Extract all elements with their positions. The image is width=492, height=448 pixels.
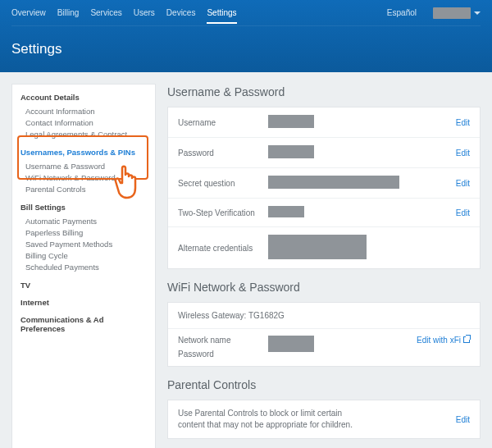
gateway-model: TG1682G bbox=[248, 311, 285, 320]
redacted-value bbox=[268, 115, 314, 128]
parental-controls-card: Use Parental Controls to block or limit … bbox=[167, 400, 481, 439]
username-password-card: UsernameEditPasswordEditSecret questionE… bbox=[167, 107, 481, 269]
settings-main: Username & Password UsernameEditPassword… bbox=[167, 84, 481, 448]
redacted-value bbox=[268, 206, 304, 217]
section-title-username-password: Username & Password bbox=[167, 85, 481, 98]
sidebar-group-head[interactable]: TV bbox=[20, 281, 147, 290]
network-name-label: Network name bbox=[178, 336, 268, 345]
redacted-value bbox=[268, 145, 314, 158]
parental-controls-edit-link[interactable]: Edit bbox=[456, 415, 470, 424]
sidebar-item[interactable]: Legal Agreements & Contract bbox=[20, 128, 147, 139]
sidebar-group: Account DetailsAccount InformationContac… bbox=[20, 93, 147, 139]
settings-sidebar: Account DetailsAccount InformationContac… bbox=[11, 84, 156, 448]
wifi-password-label: Password bbox=[178, 350, 268, 359]
sidebar-group: Bill SettingsAutomatic PaymentsPaperless… bbox=[20, 203, 147, 272]
sidebar-item[interactable]: Contact Information bbox=[20, 117, 147, 128]
top-nav: Overview Billing Services Users Devices … bbox=[11, 0, 481, 26]
nav-devices[interactable]: Devices bbox=[166, 2, 196, 24]
gateway-label: Wireless Gateway: bbox=[178, 311, 246, 320]
sidebar-item[interactable]: Account Information bbox=[20, 105, 147, 117]
row-label: Secret question bbox=[178, 179, 268, 188]
row-value bbox=[268, 206, 456, 219]
sidebar-group-head[interactable]: Internet bbox=[20, 298, 147, 307]
sidebar-item[interactable]: Saved Payment Methods bbox=[20, 238, 147, 249]
user-menu[interactable] bbox=[428, 7, 481, 19]
row-label: Alternate credentials bbox=[178, 244, 268, 253]
row-label: Two-Step Verification bbox=[178, 208, 268, 217]
wifi-card: Wireless Gateway: TG1682G Network name P… bbox=[167, 302, 481, 367]
sidebar-item[interactable]: Billing Cycle bbox=[20, 249, 147, 261]
row-value bbox=[268, 145, 456, 160]
sidebar-group: TV bbox=[20, 281, 147, 290]
sidebar-group: Internet bbox=[20, 298, 147, 307]
redacted-value bbox=[268, 235, 367, 259]
section-title-parental-controls: Parental Controls bbox=[167, 378, 481, 391]
settings-row: UsernameEdit bbox=[168, 107, 480, 137]
nav-overview[interactable]: Overview bbox=[11, 2, 46, 24]
row-value bbox=[268, 115, 456, 130]
sidebar-group-head: Usernames, Passwords & PINs bbox=[20, 148, 147, 157]
edit-with-xfi-link[interactable]: Edit with xFi bbox=[417, 336, 470, 345]
external-link-icon bbox=[463, 336, 470, 343]
sidebar-item[interactable]: Scheduled Payments bbox=[20, 261, 147, 272]
section-title-wifi: WiFi Network & Password bbox=[167, 281, 481, 294]
language-toggle[interactable]: Español bbox=[387, 2, 417, 24]
row-value bbox=[268, 235, 470, 261]
row-value bbox=[268, 176, 456, 190]
sidebar-item[interactable]: WiFi Network & Password bbox=[20, 171, 147, 183]
settings-row: Secret questionEdit bbox=[168, 167, 480, 198]
header: Overview Billing Services Users Devices … bbox=[0, 0, 492, 72]
sidebar-group-head: Account Details bbox=[20, 93, 147, 102]
sidebar-group-head[interactable]: Communications & Ad Preferences bbox=[20, 315, 147, 333]
chevron-down-icon bbox=[474, 11, 481, 15]
edit-link[interactable]: Edit bbox=[456, 179, 470, 188]
nav-billing[interactable]: Billing bbox=[57, 2, 80, 24]
sidebar-group: Communications & Ad Preferences bbox=[20, 315, 147, 333]
page-title: Settings bbox=[11, 41, 481, 57]
settings-row: Two-Step VerificationEdit bbox=[168, 198, 480, 226]
sidebar-item[interactable]: Parental Controls bbox=[20, 183, 147, 194]
nav-settings[interactable]: Settings bbox=[207, 2, 236, 24]
parental-controls-description: Use Parental Controls to block or limit … bbox=[178, 408, 367, 431]
wifi-value-redacted bbox=[268, 336, 314, 352]
sidebar-group-head: Bill Settings bbox=[20, 203, 147, 212]
row-label: Password bbox=[178, 149, 268, 158]
sidebar-item[interactable]: Username & Password bbox=[20, 160, 147, 171]
sidebar-item[interactable]: Paperless Billing bbox=[20, 226, 147, 238]
sidebar-group: Usernames, Passwords & PINsUsername & Pa… bbox=[20, 148, 147, 194]
nav-users[interactable]: Users bbox=[134, 2, 155, 24]
settings-row: Alternate credentials bbox=[168, 226, 480, 268]
row-label: Username bbox=[178, 118, 268, 127]
user-name-redacted bbox=[433, 7, 471, 19]
settings-row: PasswordEdit bbox=[168, 137, 480, 167]
nav-services[interactable]: Services bbox=[90, 2, 121, 24]
edit-link[interactable]: Edit bbox=[456, 118, 470, 127]
edit-link[interactable]: Edit bbox=[456, 208, 470, 217]
edit-link[interactable]: Edit bbox=[456, 149, 470, 158]
redacted-value bbox=[268, 176, 399, 189]
sidebar-item[interactable]: Automatic Payments bbox=[20, 215, 147, 226]
gateway-row: Wireless Gateway: TG1682G bbox=[168, 303, 480, 328]
